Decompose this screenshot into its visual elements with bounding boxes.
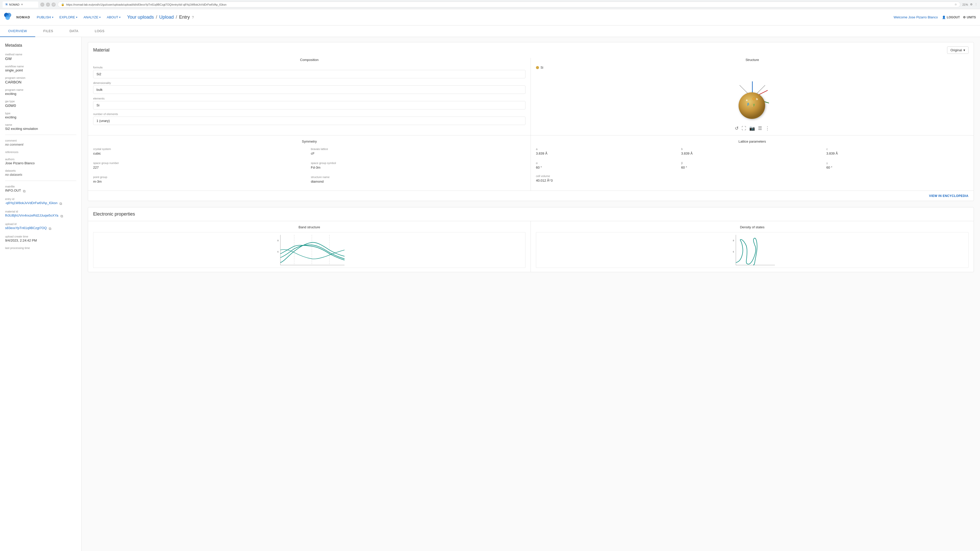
dos-label: Density of states (536, 225, 969, 229)
breadcrumb-upload[interactable]: Upload (159, 14, 174, 20)
svg-text:b: b (756, 97, 758, 100)
space-group-sym-field: space group symbol Fd-3m (311, 162, 525, 169)
symmetry-section: Symmetry crystal system cubic bravais la… (88, 135, 531, 191)
num-elements-field: number of elements 1 (unary) (93, 113, 525, 125)
material-card-header: Material Original ▾ (88, 42, 974, 58)
nav-analyze[interactable]: ANALYZE ▾ (81, 14, 103, 21)
zoom-level: 21% (963, 3, 968, 6)
dimensionality-value: bulk (93, 86, 525, 94)
tab-overview[interactable]: OVERVIEW (0, 25, 35, 37)
logout-icon: 👤 (942, 16, 946, 19)
main-content: Metadata method name GW workflow name si… (0, 37, 980, 551)
meta-method-name: method name GW (5, 53, 76, 61)
units-btn[interactable]: ⚙ UNITS (963, 16, 976, 19)
cell-volume-field: cell volume 40.012 Å^3 (536, 175, 969, 183)
structure-controls: ↺ ⛶ 📷 ☰ ⋮ (735, 125, 770, 131)
dos-chart: 8 6 (536, 232, 969, 268)
logo-icon (4, 13, 13, 22)
breadcrumb: Your uploads / Upload / Entry ? (127, 14, 894, 20)
logout-btn[interactable]: 👤 LOGOUT (942, 16, 960, 19)
meta-upload-id: upload id s83exxYpTn61q9BCzgt7OQ ⧉ (5, 222, 76, 231)
lattice-beta-value: 60 ° (681, 165, 823, 169)
tab-files[interactable]: FILES (35, 25, 62, 37)
space-group-sym-value: Fd-3m (311, 165, 525, 169)
material-id-copy-icon[interactable]: ⧉ (60, 214, 63, 218)
nav-publish[interactable]: PUBLISH ▾ (34, 14, 56, 21)
tab-navigation: OVERVIEW FILES DATA LOGS (0, 25, 980, 37)
lattice-gamma-field: γ 60 ° (826, 162, 969, 169)
svg-text:⬡: ⬡ (752, 97, 755, 101)
space-group-num-value: 227 (93, 165, 308, 169)
lattice-a-value: 3.839 Å (536, 151, 678, 156)
browser-actions: 21% ⚙ ⋮ (963, 3, 977, 6)
svg-text:6: 6 (277, 251, 279, 253)
dos-svg: 8 6 (536, 232, 968, 268)
entry-id-row: -q8Yq1W8okJvVdDrFw6VAp_lGksn ⧉ (5, 201, 76, 206)
bookmark-icon[interactable]: ☆ (955, 3, 957, 6)
lattice-section: Lattice parameters a 3.839 Å b 3.839 Å c (531, 135, 974, 191)
nav-explore[interactable]: EXPLORE ▾ (57, 14, 80, 21)
lattice-b-field: b 3.839 Å (681, 148, 823, 156)
more-btn[interactable]: ⋮ (765, 125, 770, 131)
svg-text:6: 6 (733, 251, 734, 253)
num-elements-value: 1 (unary) (93, 117, 525, 125)
structure-visualization: a ⬡ b β , γ (724, 73, 780, 124)
lattice-alpha-value: 60 ° (536, 165, 678, 169)
meta-datasets: datasets no datasets (5, 169, 76, 176)
svg-text:β: β (747, 102, 749, 106)
breadcrumb-sep-1: / (156, 14, 157, 20)
refresh-btn[interactable]: ↺ (52, 3, 56, 6)
composition-section: Composition formula Si2 dimensionality b… (88, 58, 531, 135)
dropdown-chevron-icon: ▾ (963, 48, 965, 52)
mainfile-copy-icon[interactable]: ⧉ (23, 189, 25, 193)
screenshot-btn[interactable]: 📷 (749, 125, 755, 131)
extensions-icon[interactable]: ⚙ (970, 3, 973, 6)
browser-tab[interactable]: N NOMAD ✕ (3, 2, 38, 8)
meta-type: type exciting (5, 112, 76, 119)
meta-last-processing: last processing time (5, 246, 76, 249)
tab-close-btn[interactable]: ✕ (21, 3, 23, 6)
forward-btn[interactable]: → (46, 3, 50, 6)
reset-view-btn[interactable]: ↺ (735, 125, 738, 131)
tab-logs[interactable]: LOGS (86, 25, 113, 37)
fullscreen-btn[interactable]: ⛶ (741, 126, 746, 131)
meta-entry-id: entry id -q8Yq1W8okJvVdDrFw6VAp_lGksn ⧉ (5, 197, 76, 206)
breadcrumb-entry: Entry (179, 14, 190, 20)
breadcrumb-uploads[interactable]: Your uploads (127, 14, 154, 20)
symmetry-lattice-grid: Symmetry crystal system cubic bravais la… (88, 135, 974, 191)
upload-id-copy-icon[interactable]: ⧉ (49, 227, 51, 231)
svg-text:a: a (746, 98, 748, 102)
explore-chevron-icon: ▾ (76, 16, 77, 19)
band-structure-label: Band structure (93, 225, 525, 229)
original-dropdown[interactable]: Original ▾ (947, 46, 969, 54)
cell-volume-value: 40.012 Å^3 (536, 179, 969, 183)
browser-nav-controls: ← → ↺ (40, 3, 56, 6)
symmetry-grid: crystal system cubic bravais lattice cF … (93, 148, 525, 186)
elements-value: Si (93, 101, 525, 110)
sidebar-divider-2 (5, 181, 76, 181)
encyclopedia-link-btn[interactable]: VIEW IN ENCYCLOPEDIA (929, 194, 969, 198)
svg-text:γ: γ (753, 103, 755, 106)
tab-title: NOMAD (9, 3, 19, 6)
about-chevron-icon: ▾ (119, 16, 121, 19)
formula-field: formula Si2 (93, 66, 525, 78)
lattice-a-field: a 3.839 Å (536, 148, 678, 156)
band-structure-chart: 8 6 (93, 232, 525, 268)
lattice-subtitle: Lattice parameters (536, 140, 969, 143)
material-id-row: fh3UBjhUVm4nxzeRd2JJuqw5oXYa ⧉ (5, 213, 76, 218)
crystal-system-value: cubic (93, 151, 308, 156)
main-nav: PUBLISH ▾ EXPLORE ▾ ANALYZE ▾ ABOUT ▾ (34, 14, 123, 21)
list-view-btn[interactable]: ☰ (758, 125, 762, 131)
formula-value: Si2 (93, 70, 525, 78)
nav-about[interactable]: ABOUT ▾ (104, 14, 123, 21)
meta-mainfile: mainfile INFO.OUT ⧉ (5, 185, 76, 193)
dimensionality-field: dimensionality bulk (93, 81, 525, 94)
entry-id-copy-icon[interactable]: ⧉ (59, 202, 62, 206)
upload-id-row: s83exxYpTn61q9BCzgt7OQ ⧉ (5, 226, 76, 231)
help-icon[interactable]: ? (192, 15, 194, 19)
tab-data[interactable]: DATA (61, 25, 86, 37)
url-bar[interactable]: 🔒 https://nomad-lab.eu/prod/v1/gui/user/… (58, 2, 960, 7)
band-structure-section: Band structure 8 6 (88, 221, 531, 272)
menu-icon[interactable]: ⋮ (975, 3, 977, 6)
back-btn[interactable]: ← (40, 3, 45, 6)
